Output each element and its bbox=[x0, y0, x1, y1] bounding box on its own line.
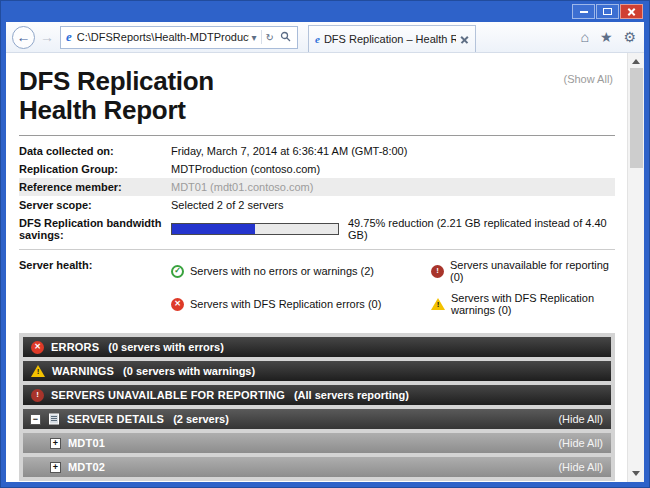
field-label: Replication Group: bbox=[19, 163, 171, 175]
warnings-section-row[interactable]: ! WARNINGS (0 servers with warnings) bbox=[23, 361, 611, 381]
section-label: WARNINGS bbox=[52, 365, 114, 377]
section-label: ERRORS bbox=[51, 341, 99, 353]
errors-section-row[interactable]: ✕ ERRORS (0 servers with errors) bbox=[23, 337, 611, 357]
section-detail: (0 servers with warnings) bbox=[123, 365, 255, 377]
server-row-mdt01[interactable]: + MDT01 (Hide All) bbox=[23, 433, 611, 453]
field-value: MDTProduction (contoso.com) bbox=[171, 163, 320, 175]
warning-triangle-icon: ! bbox=[431, 298, 445, 310]
favorites-star-icon[interactable]: ★ bbox=[600, 30, 613, 44]
refresh-icon[interactable]: ↻ bbox=[263, 32, 277, 43]
home-icon[interactable]: ⌂ bbox=[580, 30, 588, 44]
field-row-replication-group: Replication Group: MDTProduction (contos… bbox=[19, 160, 615, 178]
minimize-icon bbox=[580, 11, 588, 13]
browser-toolbar-icons: ⌂ ★ ⚙ bbox=[580, 30, 636, 44]
expand-icon[interactable]: + bbox=[50, 462, 61, 473]
maximize-icon bbox=[603, 8, 612, 15]
bandwidth-divider bbox=[19, 249, 615, 250]
field-label: Server scope: bbox=[19, 199, 171, 211]
hide-all-link[interactable]: (Hide All) bbox=[558, 437, 603, 449]
check-circle-icon: ✓ bbox=[171, 265, 184, 278]
section-label: SERVER DETAILS bbox=[67, 413, 164, 425]
bandwidth-progress-fill bbox=[172, 224, 255, 234]
field-label: Reference member: bbox=[19, 181, 171, 193]
vertical-scrollbar[interactable] bbox=[627, 53, 644, 482]
unavailable-exclaim-icon: ! bbox=[431, 265, 444, 278]
back-arrow-icon: ← bbox=[17, 29, 31, 45]
field-label: DFS Replication bandwidth savings: bbox=[19, 217, 171, 241]
field-row-server-health: Server health: ✓ Servers with no errors … bbox=[19, 254, 615, 319]
ie-logo-icon: e bbox=[66, 29, 72, 45]
address-divider bbox=[261, 30, 262, 44]
page-content: DFS Replication Health Report (Show All)… bbox=[6, 53, 644, 482]
section-detail: (2 servers) bbox=[173, 413, 229, 425]
maximize-button[interactable] bbox=[596, 4, 619, 19]
page-title-line1: DFS Replication bbox=[19, 67, 615, 96]
tab-close-icon[interactable] bbox=[460, 35, 469, 44]
forward-arrow-icon: → bbox=[40, 29, 54, 45]
field-value: Selected 2 of 2 servers bbox=[171, 199, 284, 211]
browser-window: ← → e C:\DFSReports\Health-MDTProduction… bbox=[0, 0, 650, 488]
field-row-data-collected: Data collected on: Friday, March 7, 2014… bbox=[19, 142, 615, 160]
scroll-down-arrow-icon[interactable] bbox=[632, 471, 640, 476]
health-item-unavailable: ! Servers unavailable for reporting (0) bbox=[431, 259, 615, 283]
server-row-mdt02[interactable]: + MDT02 (Hide All) bbox=[23, 457, 611, 477]
forward-button[interactable]: → bbox=[37, 29, 57, 45]
page-title-line2: Health Report bbox=[19, 96, 615, 125]
titlebar[interactable] bbox=[6, 1, 644, 22]
field-label: Server health: bbox=[19, 259, 171, 271]
back-button[interactable]: ← bbox=[12, 26, 35, 49]
caption-buttons bbox=[572, 4, 643, 19]
address-bar[interactable]: e C:\DFSReports\Health-MDTProduction-07M… bbox=[60, 26, 298, 49]
report-sections: ✕ ERRORS (0 servers with errors) ! WARNI… bbox=[19, 333, 615, 481]
field-value: Friday, March 7, 2014 at 6:36:41 AM (GMT… bbox=[171, 145, 407, 157]
unavailable-exclaim-icon: ! bbox=[31, 389, 44, 402]
unavailable-section-row[interactable]: ! SERVERS UNAVAILABLE FOR REPORTING (All… bbox=[23, 385, 611, 405]
browser-tab[interactable]: e DFS Replication – Health Re... bbox=[308, 25, 476, 52]
collapse-icon[interactable]: − bbox=[30, 414, 41, 425]
scrollbar-thumb[interactable] bbox=[630, 68, 643, 168]
tab-title: DFS Replication – Health Re... bbox=[324, 33, 456, 45]
tab-favicon-icon: e bbox=[315, 33, 320, 45]
scroll-up-arrow-icon[interactable] bbox=[632, 59, 640, 64]
health-item-no-errors: ✓ Servers with no errors or warnings (2) bbox=[171, 259, 423, 283]
health-text: Servers with no errors or warnings (2) bbox=[190, 265, 374, 277]
address-text: C:\DFSReports\Health-MDTProduction-07M bbox=[77, 31, 249, 43]
server-details-section-row[interactable]: − SERVER DETAILS (2 servers) (Hide All) bbox=[23, 409, 611, 429]
settings-gear-icon[interactable]: ⚙ bbox=[623, 30, 636, 44]
field-label: Data collected on: bbox=[19, 145, 171, 157]
warning-triangle-icon: ! bbox=[31, 365, 45, 377]
report-header: DFS Replication Health Report (Show All) bbox=[19, 65, 615, 125]
health-text: Servers with DFS Replication warnings (0… bbox=[451, 292, 615, 316]
field-row-server-scope: Server scope: Selected 2 of 2 servers bbox=[19, 196, 615, 214]
navigation-bar: ← → e C:\DFSReports\Health-MDTProduction… bbox=[6, 22, 644, 53]
hide-all-link[interactable]: (Hide All) bbox=[558, 413, 603, 425]
server-icon bbox=[48, 413, 60, 425]
server-health-grid: ✓ Servers with no errors or warnings (2)… bbox=[171, 259, 615, 316]
field-row-reference-member: Reference member: MDT01 (mdt01.contoso.c… bbox=[19, 178, 615, 196]
error-x-icon: ✕ bbox=[31, 341, 44, 354]
show-all-link[interactable]: (Show All) bbox=[563, 73, 613, 85]
section-detail: (All servers reporting) bbox=[294, 389, 409, 401]
server-name: MDT01 bbox=[68, 437, 105, 449]
minimize-button[interactable] bbox=[572, 4, 595, 19]
health-item-warnings: ! Servers with DFS Replication warnings … bbox=[431, 292, 615, 316]
health-text: Servers with DFS Replication errors (0) bbox=[190, 298, 381, 310]
health-text: Servers unavailable for reporting (0) bbox=[450, 259, 615, 283]
warning-exclaim-glyph: ! bbox=[431, 300, 445, 309]
report-page: DFS Replication Health Report (Show All)… bbox=[6, 53, 627, 482]
health-item-errors: ✕ Servers with DFS Replication errors (0… bbox=[171, 292, 423, 316]
expand-icon[interactable]: + bbox=[50, 438, 61, 449]
section-label: SERVERS UNAVAILABLE FOR REPORTING bbox=[51, 389, 285, 401]
field-row-bandwidth: DFS Replication bandwidth savings: 49.75… bbox=[19, 214, 615, 244]
hide-all-link[interactable]: (Hide All) bbox=[558, 461, 603, 473]
warning-exclaim-glyph: ! bbox=[31, 367, 45, 376]
close-button[interactable] bbox=[620, 4, 643, 19]
section-detail: (0 servers with errors) bbox=[108, 341, 224, 353]
error-x-icon: ✕ bbox=[171, 298, 184, 311]
address-dropdown-icon[interactable]: ▾ bbox=[249, 32, 260, 43]
close-icon bbox=[627, 7, 636, 16]
page-title: DFS Replication Health Report bbox=[19, 67, 615, 125]
server-name: MDT02 bbox=[68, 461, 105, 473]
search-icon[interactable] bbox=[277, 31, 294, 44]
bandwidth-text: 49.75% reduction (2.21 GB replicated ins… bbox=[348, 217, 615, 241]
